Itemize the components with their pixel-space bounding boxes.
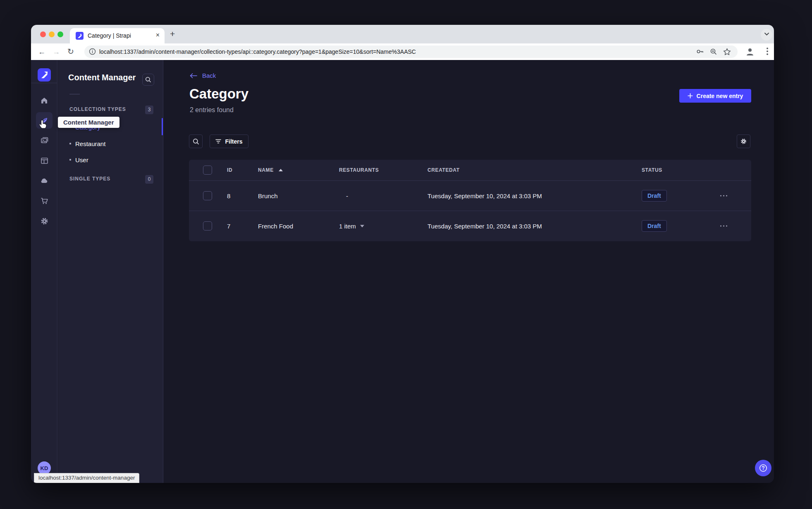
sidebar-item-user[interactable]: User <box>69 155 88 164</box>
panel-title: Content Manager <box>68 73 136 82</box>
gear-icon <box>40 217 49 226</box>
main-content: Back Category 2 entries found Create new… <box>164 60 774 483</box>
single-types-count-badge: 0 <box>145 175 153 184</box>
filter-icon <box>215 139 221 144</box>
gear-icon <box>740 138 747 145</box>
profile-icon[interactable] <box>745 47 755 58</box>
sidebar-item-cloud[interactable] <box>36 173 53 189</box>
item-label: Restaurant <box>75 140 105 147</box>
rail-divider <box>31 83 57 83</box>
header-name[interactable]: NAME <box>258 167 283 173</box>
sidebar-item-marketplace[interactable] <box>36 192 53 209</box>
help-button[interactable] <box>755 460 771 476</box>
cart-icon <box>40 197 49 205</box>
password-key-icon[interactable] <box>696 48 704 57</box>
content-manager-tooltip: Content Manager <box>58 117 119 128</box>
status-badge: Draft <box>642 220 667 232</box>
kebab-menu-icon[interactable] <box>767 48 768 57</box>
new-tab-button[interactable]: + <box>170 29 175 39</box>
content-type-builder-icon <box>40 156 49 165</box>
info-icon[interactable] <box>89 48 96 57</box>
active-item-indicator <box>162 118 163 135</box>
media-library-icon <box>40 136 49 145</box>
cell-name: Brunch <box>258 192 278 199</box>
bullet-icon <box>69 143 71 144</box>
table-header-row: ID NAME RESTAURANTS CREATEDAT STATUS <box>189 160 751 180</box>
cell-createdat: Tuesday, September 10, 2024 at 3:03 PM <box>427 223 542 230</box>
maximize-window-button[interactable] <box>57 31 63 37</box>
chevron-down-icon <box>764 33 769 36</box>
row-checkbox[interactable] <box>203 221 212 230</box>
browser-forward-button[interactable]: → <box>53 47 60 57</box>
tab-title: Category | Strapi <box>88 32 131 39</box>
entries-table: ID NAME RESTAURANTS CREATEDAT STATUS 8 B… <box>189 160 751 241</box>
tab-strip: Category | Strapi × + <box>31 25 774 43</box>
browser-reload-button[interactable]: ↻ <box>67 47 74 57</box>
entries-count: 2 entries found <box>190 106 234 114</box>
bookmark-star-icon[interactable] <box>723 48 731 57</box>
close-window-button[interactable] <box>40 31 46 37</box>
browser-toolbar: ← → ↻ localhost:1337/admin/content-manag… <box>31 43 774 60</box>
plus-icon <box>688 93 693 98</box>
url-text: localhost:1337/admin/content-manager/col… <box>99 48 416 55</box>
back-link[interactable]: Back <box>190 72 216 79</box>
view-settings-button[interactable] <box>737 134 750 148</box>
list-search-button[interactable] <box>189 134 203 148</box>
cell-id: 8 <box>227 192 230 199</box>
help-icon <box>759 463 768 473</box>
chevron-down-icon <box>360 225 364 228</box>
sidebar-item-content-type-builder[interactable] <box>36 152 53 169</box>
cursor-hand-icon <box>38 119 48 132</box>
sort-asc-icon <box>279 169 283 171</box>
panel-divider <box>69 94 80 94</box>
create-new-entry-button[interactable]: Create new entry <box>679 89 751 103</box>
url-bar[interactable]: localhost:1337/admin/content-manager/col… <box>84 46 738 58</box>
row-actions-button[interactable] <box>720 226 727 227</box>
filters-label: Filters <box>225 138 242 145</box>
header-createdat[interactable]: CREATEDAT <box>427 167 460 173</box>
section-single-types: SINGLE TYPES <box>69 176 110 182</box>
cell-name: French Food <box>258 223 293 230</box>
tab-close-icon[interactable]: × <box>156 31 160 39</box>
search-icon <box>193 138 199 145</box>
search-icon <box>145 77 151 83</box>
browser-back-button[interactable]: ← <box>38 47 45 57</box>
table-row[interactable]: 8 Brunch - Tuesday, September 10, 2024 a… <box>189 180 751 211</box>
header-restaurants[interactable]: RESTAURANTS <box>339 167 379 173</box>
page-title: Category <box>189 86 248 102</box>
back-label: Back <box>202 72 216 79</box>
strapi-app: KD Content Manager COLLECTION TYPES 3 Ca… <box>31 60 774 483</box>
strapi-logo[interactable] <box>38 68 51 82</box>
cell-createdat: Tuesday, September 10, 2024 at 3:03 PM <box>427 192 542 199</box>
cell-id: 7 <box>227 223 230 230</box>
section-collection-types: COLLECTION TYPES <box>69 106 126 112</box>
status-badge: Draft <box>642 190 667 202</box>
row-actions-button[interactable] <box>720 195 727 197</box>
create-button-label: Create new entry <box>697 93 743 99</box>
arrow-left-icon <box>190 73 197 78</box>
table-row[interactable]: 7 French Food 1 item Tuesday, September … <box>189 211 751 241</box>
cell-restaurants[interactable]: 1 item <box>339 223 364 230</box>
minimize-window-button[interactable] <box>49 31 55 37</box>
sidebar-item-settings[interactable] <box>36 213 53 229</box>
cell-restaurants: - <box>346 192 348 199</box>
strapi-favicon-icon <box>76 32 84 40</box>
sidebar-item-media-library[interactable] <box>36 132 53 149</box>
filters-button[interactable]: Filters <box>210 134 248 148</box>
bullet-icon <box>69 159 71 161</box>
zoom-icon[interactable] <box>710 48 717 57</box>
header-id[interactable]: ID <box>227 167 232 173</box>
item-label: User <box>75 156 88 163</box>
collection-types-count-badge: 3 <box>145 106 153 114</box>
browser-window: Category | Strapi × + ← → ↻ localhost:13… <box>31 25 774 483</box>
row-checkbox[interactable] <box>203 191 212 200</box>
browser-tab[interactable]: Category | Strapi × <box>70 28 165 43</box>
tab-search-button[interactable] <box>761 29 772 41</box>
sidebar-item-restaurant[interactable]: Restaurant <box>69 139 105 148</box>
header-status[interactable]: STATUS <box>642 167 662 173</box>
select-all-checkbox[interactable] <box>203 166 212 175</box>
panel-search-button[interactable] <box>142 74 154 86</box>
browser-status-tooltip: localhost:1337/admin/content-manager <box>34 473 139 483</box>
cloud-icon <box>40 176 49 185</box>
sidebar-item-home[interactable] <box>36 92 53 109</box>
